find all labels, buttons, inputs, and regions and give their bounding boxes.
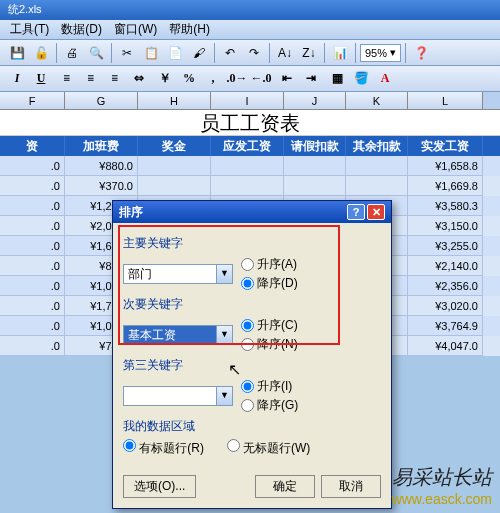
primary-key-label: 主要关键字 xyxy=(123,235,381,252)
help-icon[interactable]: ❓ xyxy=(410,42,432,64)
paste-icon[interactable]: 📄 xyxy=(164,42,186,64)
cell[interactable] xyxy=(346,176,408,196)
tertiary-key-label: 第三关键字 xyxy=(123,357,381,374)
permission-icon[interactable]: 🔓 xyxy=(30,42,52,64)
cell[interactable] xyxy=(284,176,346,196)
merge-icon[interactable]: ⇔ xyxy=(128,68,150,90)
sheet-title: 员工工资表 xyxy=(0,110,500,136)
cell[interactable]: .0 xyxy=(0,236,65,256)
font-color-icon[interactable]: A xyxy=(374,68,396,90)
sort-asc-icon[interactable]: A↓ xyxy=(274,42,296,64)
cell[interactable]: ¥3,150.0 xyxy=(408,216,483,236)
borders-icon[interactable]: ▦ xyxy=(326,68,348,90)
cell[interactable]: ¥2,356.0 xyxy=(408,276,483,296)
cell[interactable]: .0 xyxy=(0,316,65,336)
cell[interactable]: ¥4,047.0 xyxy=(408,336,483,356)
cut-icon[interactable]: ✂ xyxy=(116,42,138,64)
chevron-down-icon[interactable]: ▼ xyxy=(216,265,232,283)
indent-inc-icon[interactable]: ⇥ xyxy=(300,68,322,90)
redo-icon[interactable]: ↷ xyxy=(243,42,265,64)
col-header[interactable]: J xyxy=(284,92,346,109)
cell[interactable]: ¥3,764.9 xyxy=(408,316,483,336)
col-header[interactable]: K xyxy=(346,92,408,109)
print-icon[interactable]: 🖨 xyxy=(61,42,83,64)
table-row[interactable]: .0¥880.0¥1,658.8 xyxy=(0,156,500,176)
cell[interactable]: ¥370.0 xyxy=(65,176,138,196)
cell[interactable]: .0 xyxy=(0,176,65,196)
no-header-radio[interactable]: 无标题行(W) xyxy=(227,439,311,457)
cell[interactable]: ¥2,140.0 xyxy=(408,256,483,276)
cell[interactable]: .0 xyxy=(0,276,65,296)
dialog-titlebar[interactable]: 排序 ? ✕ xyxy=(113,201,391,223)
col-header[interactable]: F xyxy=(0,92,65,109)
indent-dec-icon[interactable]: ⇤ xyxy=(276,68,298,90)
secondary-desc-radio[interactable]: 降序(N) xyxy=(241,336,298,353)
fill-color-icon[interactable]: 🪣 xyxy=(350,68,372,90)
align-center-icon[interactable]: ≡ xyxy=(80,68,102,90)
header-cell: 奖金 xyxy=(138,136,211,156)
cell[interactable]: .0 xyxy=(0,196,65,216)
cell[interactable] xyxy=(211,176,284,196)
tertiary-desc-radio[interactable]: 降序(G) xyxy=(241,397,298,414)
tertiary-key-combo[interactable]: ▼ xyxy=(123,386,233,406)
has-header-radio[interactable]: 有标题行(R) xyxy=(123,439,204,457)
menu-help[interactable]: 帮助(H) xyxy=(169,21,210,38)
header-cell: 加班费 xyxy=(65,136,138,156)
inc-decimal-icon[interactable]: .0→ xyxy=(226,68,248,90)
cell[interactable]: .0 xyxy=(0,256,65,276)
sort-desc-icon[interactable]: Z↓ xyxy=(298,42,320,64)
col-header[interactable]: L xyxy=(408,92,483,109)
col-header[interactable]: H xyxy=(138,92,211,109)
ok-button[interactable]: 确定 xyxy=(255,475,315,498)
chevron-down-icon[interactable]: ▼ xyxy=(216,387,232,405)
options-button[interactable]: 选项(O)... xyxy=(123,475,196,498)
col-header[interactable]: G xyxy=(65,92,138,109)
copy-icon[interactable]: 📋 xyxy=(140,42,162,64)
cell[interactable]: ¥880.0 xyxy=(65,156,138,176)
menu-window[interactable]: 窗口(W) xyxy=(114,21,157,38)
menu-data[interactable]: 数据(D) xyxy=(61,21,102,38)
align-left-icon[interactable]: ≡ xyxy=(56,68,78,90)
watermark: 易采站长站 www.easck.com xyxy=(392,464,492,507)
cell[interactable] xyxy=(284,156,346,176)
undo-icon[interactable]: ↶ xyxy=(219,42,241,64)
cell[interactable]: ¥3,580.3 xyxy=(408,196,483,216)
currency-icon[interactable]: ￥ xyxy=(154,68,176,90)
cell[interactable]: ¥3,255.0 xyxy=(408,236,483,256)
cell[interactable]: .0 xyxy=(0,296,65,316)
underline-icon[interactable]: U xyxy=(30,68,52,90)
zoom-combo[interactable]: 95% ▾ xyxy=(360,44,401,62)
italic-icon[interactable]: I xyxy=(6,68,28,90)
cell[interactable]: .0 xyxy=(0,156,65,176)
align-right-icon[interactable]: ≡ xyxy=(104,68,126,90)
format-painter-icon[interactable]: 🖌 xyxy=(188,42,210,64)
chevron-down-icon[interactable]: ▼ xyxy=(216,326,232,344)
close-icon[interactable]: ✕ xyxy=(367,204,385,220)
cell[interactable] xyxy=(138,156,211,176)
col-header[interactable]: I xyxy=(211,92,284,109)
secondary-key-combo[interactable]: 基本工资▼ xyxy=(123,325,233,345)
tertiary-asc-radio[interactable]: 升序(I) xyxy=(241,378,298,395)
primary-asc-radio[interactable]: 升序(A) xyxy=(241,256,298,273)
dialog-help-icon[interactable]: ? xyxy=(347,204,365,220)
cell[interactable]: ¥3,020.0 xyxy=(408,296,483,316)
cell[interactable] xyxy=(138,176,211,196)
cell[interactable]: ¥1,658.8 xyxy=(408,156,483,176)
cell[interactable]: .0 xyxy=(0,336,65,356)
save-icon[interactable]: 💾 xyxy=(6,42,28,64)
cell[interactable]: .0 xyxy=(0,216,65,236)
chart-icon[interactable]: 📊 xyxy=(329,42,351,64)
dec-decimal-icon[interactable]: ←.0 xyxy=(250,68,272,90)
cell[interactable] xyxy=(346,156,408,176)
primary-key-combo[interactable]: 部门▼ xyxy=(123,264,233,284)
preview-icon[interactable]: 🔍 xyxy=(85,42,107,64)
percent-icon[interactable]: % xyxy=(178,68,200,90)
cell[interactable] xyxy=(211,156,284,176)
primary-desc-radio[interactable]: 降序(D) xyxy=(241,275,298,292)
table-row[interactable]: .0¥370.0¥1,669.8 xyxy=(0,176,500,196)
comma-icon[interactable]: , xyxy=(202,68,224,90)
secondary-asc-radio[interactable]: 升序(C) xyxy=(241,317,298,334)
menu-tools[interactable]: 工具(T) xyxy=(10,21,49,38)
cancel-button[interactable]: 取消 xyxy=(321,475,381,498)
cell[interactable]: ¥1,669.8 xyxy=(408,176,483,196)
